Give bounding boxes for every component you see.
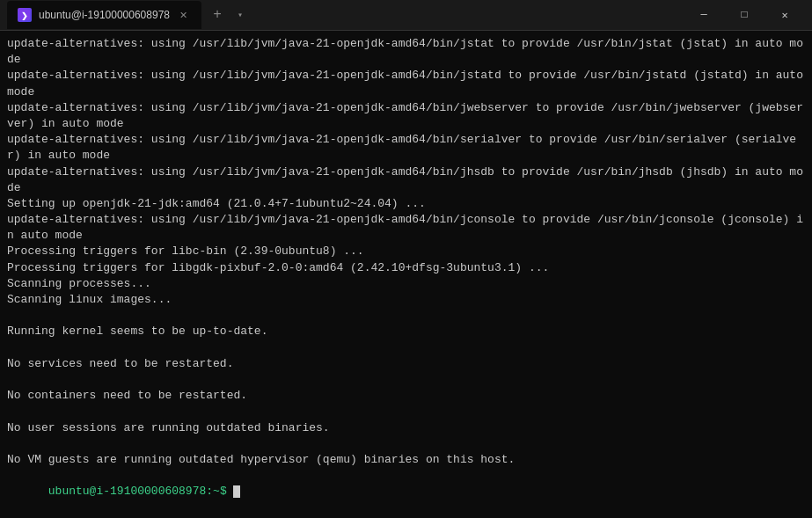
- prompt-dir: ~: [213, 485, 220, 498]
- terminal-line: update-alternatives: using /usr/lib/jvm/…: [7, 68, 805, 99]
- terminal-line: [7, 340, 805, 356]
- maximize-button[interactable]: □: [724, 0, 764, 31]
- terminal-line: update-alternatives: using /usr/lib/jvm/…: [7, 164, 805, 196]
- terminal-line: Processing triggers for libgdk-pixbuf-2.…: [7, 260, 805, 276]
- terminal-line: Scanning linux images...: [7, 292, 805, 308]
- tab-dropdown-button[interactable]: ▾: [230, 4, 251, 26]
- terminal-line: Setting up openjdk-21-jdk:amd64 (21.0.4+…: [7, 196, 805, 212]
- terminal-line: [7, 404, 805, 420]
- prompt-user: ubuntu@i-19100000608978: [48, 485, 206, 498]
- prompt-line: ubuntu@i-19100000608978:~$: [7, 468, 805, 516]
- terminal-line: update-alternatives: using /usr/lib/jvm/…: [7, 36, 805, 68]
- terminal-line: update-alternatives: using /usr/lib/jvm/…: [7, 132, 805, 164]
- terminal-line: update-alternatives: using /usr/lib/jvm/…: [7, 100, 805, 132]
- prompt-symbol: $: [220, 485, 234, 498]
- terminal-body[interactable]: update-alternatives: using /usr/lib/jvm/…: [0, 31, 812, 518]
- tab-close-button[interactable]: ✕: [177, 8, 191, 22]
- tab-title: ubuntu@i-19100000608978: [39, 9, 170, 21]
- tab-area: ❯ ubuntu@i-19100000608978 ✕ + ▾: [7, 1, 684, 29]
- minimize-button[interactable]: ─: [684, 0, 724, 31]
- terminal-icon: ❯: [18, 8, 32, 22]
- terminal-line: [7, 372, 805, 388]
- new-tab-button[interactable]: +: [205, 3, 230, 27]
- terminal-line: update-alternatives: using /usr/lib/jvm/…: [7, 212, 805, 244]
- terminal-window: ❯ ubuntu@i-19100000608978 ✕ + ▾ ─ □ ✕ up…: [0, 0, 812, 518]
- window-controls: ─ □ ✕: [684, 0, 805, 31]
- cursor: [233, 485, 240, 498]
- active-tab[interactable]: ❯ ubuntu@i-19100000608978 ✕: [7, 1, 201, 29]
- terminal-output: update-alternatives: using /usr/lib/jvm/…: [7, 36, 805, 468]
- terminal-line: Running kernel seems to be up-to-date.: [7, 324, 805, 339]
- prompt-separator: :: [206, 485, 213, 498]
- terminal-line: Processing triggers for libc-bin (2.39-0…: [7, 244, 805, 259]
- terminal-line: No VM guests are running outdated hyperv…: [7, 452, 805, 468]
- terminal-line: No containers need to be restarted.: [7, 388, 805, 404]
- terminal-line: [7, 436, 805, 452]
- terminal-line: No user sessions are running outdated bi…: [7, 420, 805, 436]
- svg-text:❯: ❯: [21, 11, 28, 20]
- close-button[interactable]: ✕: [764, 0, 805, 31]
- titlebar: ❯ ubuntu@i-19100000608978 ✕ + ▾ ─ □ ✕: [0, 0, 812, 31]
- terminal-line: [7, 308, 805, 324]
- terminal-line: No services need to be restarted.: [7, 356, 805, 372]
- terminal-line: Scanning processes...: [7, 276, 805, 292]
